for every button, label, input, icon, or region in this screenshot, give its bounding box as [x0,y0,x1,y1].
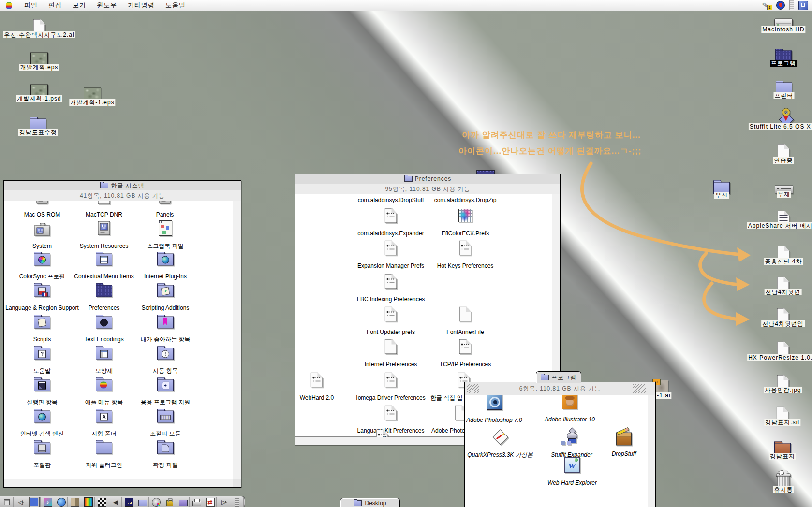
file-label[interactable]: Expansion Manager Prefs [357,262,424,269]
file-icon[interactable] [385,241,397,256]
file-label[interactable]: com.aladdinsys.DropStuff [358,197,424,203]
menu-6[interactable]: 도움말 [160,0,191,11]
file-icon[interactable] [311,373,323,388]
desktop-icon-doc[interactable] [778,144,790,159]
control-strip-module[interactable] [68,497,81,507]
desktop-icon-label[interactable]: Macintosh HD [761,26,805,33]
file-icon[interactable]: + [157,379,174,391]
desktop-icon-label[interactable]: AppleShare 서버 메시지 [747,222,812,229]
control-strip-module[interactable] [190,497,203,507]
file-icon[interactable]: ? [34,348,50,360]
file-icon[interactable]: ! [157,348,174,360]
file-icon[interactable]: w [564,457,580,473]
file-label[interactable]: Language Kit Preferences [357,427,425,434]
file-label[interactable]: MacTCP DNR [86,211,122,218]
file-label[interactable]: 애플 메뉴 항목 [85,399,123,406]
file-label[interactable]: Internet Plug-Ins [144,273,187,280]
menu-1[interactable]: 파일 [19,0,43,11]
file-label[interactable]: WebHard 2.0 [300,394,334,401]
file-icon[interactable] [157,411,174,423]
desktop-icon-label[interactable]: 경남표지 [769,453,796,460]
file-label[interactable]: Hot Keys Preferences [437,262,494,269]
desktop-icon-label[interactable]: 우신 [714,192,729,199]
file-label[interactable]: Scripts [33,336,51,343]
application-menu-icon[interactable] [776,1,785,10]
desktop-icon-label[interactable]: 전단4차뒷면임 [761,320,805,327]
file-icon[interactable] [98,201,110,204]
control-strip-module[interactable]: ⇄ [203,497,217,507]
menu-2[interactable]: 편집 [43,0,67,11]
file-icon[interactable]: + [157,285,174,297]
control-strip-module[interactable] [149,497,162,507]
desktop-icon-label[interactable]: 개발계획.eps [19,64,59,71]
file-icon[interactable] [36,201,48,204]
desktop-icon-label[interactable]: 개발계획-1.eps [69,99,115,106]
desktop-icon-label[interactable]: 전단4차뒷면 [765,289,802,295]
menu-3[interactable]: 보기 [67,0,91,11]
control-strip-module[interactable] [81,497,95,507]
desktop-icon-thumb[interactable] [84,87,101,101]
tab-desktop[interactable]: Desktop [340,498,400,507]
menu-4[interactable]: 윈도우 [91,0,122,11]
file-icon[interactable] [492,429,508,445]
file-icon[interactable] [562,395,577,409]
file-label[interactable]: EfiColorECX.Prefs [442,230,489,237]
file-icon[interactable] [385,208,397,223]
desktop-icon-label[interactable]: 경남도표수정 [18,129,58,136]
tab-programs[interactable]: 프로그램 [536,371,581,383]
file-icon[interactable] [376,430,388,437]
file-label[interactable]: Contextual Menu Items [74,273,133,280]
file-label[interactable]: Web Hard Explorer [547,479,597,486]
file-label[interactable]: 조절띠 모듈 [150,430,180,437]
vertical-scrollbar[interactable] [233,201,241,479]
file-label[interactable]: QuarkXPress3.3K 가상본 [467,451,532,458]
control-strip-module[interactable] [54,497,68,507]
control-strip-module[interactable] [230,497,244,507]
file-icon[interactable] [34,379,50,391]
control-strip-module[interactable]: ◁ [14,497,27,507]
file-label[interactable]: Internet Preferences [365,361,417,368]
file-icon[interactable] [159,220,172,236]
file-icon[interactable] [34,317,50,329]
desktop-icon-label[interactable]: 중흥전단 4차 [764,258,803,265]
file-icon[interactable] [98,221,110,235]
menu-5[interactable]: 기타명령 [122,0,160,11]
file-icon[interactable] [96,285,112,297]
file-label[interactable]: Text Encodings [84,336,123,343]
vertical-scrollbar[interactable] [648,395,655,507]
file-icon[interactable] [96,348,112,360]
file-label[interactable]: Iomega Driver Preferences [356,394,425,401]
file-label[interactable]: 인터넷 검색 엔진 [20,430,64,437]
file-icon[interactable] [34,285,50,297]
desktop-icon-label[interactable]: 프로그램 [770,60,797,67]
file-label[interactable]: Language & Region Support [5,304,78,311]
file-icon[interactable] [564,429,579,445]
file-label[interactable]: 모양새 [95,367,113,374]
control-strip-module[interactable] [162,497,176,507]
control-strip-module[interactable]: ♪ [41,497,54,507]
file-icon[interactable] [385,274,397,289]
file-label[interactable]: 조절판 [33,462,51,468]
input-method-pencil-icon[interactable]: ✎ 2 [762,1,772,10]
file-icon[interactable] [458,209,472,222]
desktop-icon-label[interactable]: StuffIt Lite 6.5 OS X Ins [749,123,812,130]
desktop-icon-label[interactable]: 프린터 [774,92,795,99]
file-label[interactable]: Preferences [89,304,120,311]
file-icon[interactable] [34,254,50,266]
file-label[interactable]: System Resources [80,243,129,249]
file-icon[interactable] [96,254,112,266]
file-label[interactable]: com.aladdinsys.Expander [357,230,424,237]
control-strip-module[interactable] [122,497,135,507]
window-titlebar[interactable]: 한글 시스템 [4,181,241,191]
file-icon[interactable] [385,307,397,322]
file-label[interactable]: FBC Indexing Preferences [357,296,425,303]
file-icon[interactable] [385,373,397,388]
file-label[interactable]: com.aladdinsys.DropZip [434,197,497,203]
file-label[interactable]: Mac OS ROM [24,211,60,218]
file-label[interactable]: DropStuff [612,450,636,457]
control-strip-module[interactable]: ◀ [108,497,122,507]
desktop-icon-label[interactable]: 사용인감.jpg [764,387,802,393]
file-icon[interactable] [34,442,50,454]
file-label[interactable]: 응용 프로그램 지원 [141,399,191,406]
control-strip-module[interactable]: ▷ [217,497,230,507]
